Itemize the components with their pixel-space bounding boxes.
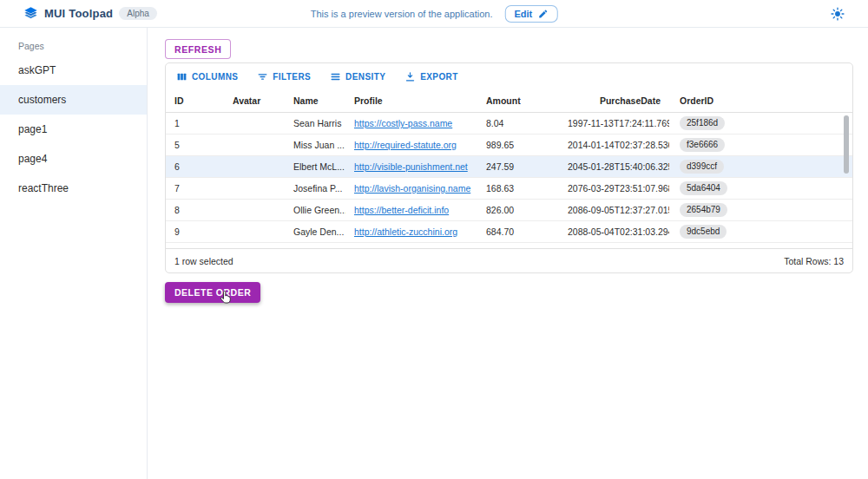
column-header-name[interactable]: Name — [285, 95, 345, 106]
grid-rows-viewport: 1 Sean Harris https://costly-pass.name 8… — [166, 113, 852, 243]
grid-header-row: ID Avatar Name Profile Amount PurchaseDa… — [166, 89, 852, 113]
cell-name: Sean Harris — [285, 118, 345, 128]
cell-id: 8 — [166, 205, 224, 215]
cell-name: Ollie Green... — [285, 205, 345, 215]
download-icon — [404, 71, 416, 82]
density-button[interactable]: DENSITY — [330, 71, 385, 82]
density-icon — [330, 71, 341, 82]
edit-button[interactable]: Edit — [504, 5, 557, 23]
cell-id: 9 — [166, 226, 224, 237]
table-row[interactable]: 5 Miss Juan ... http://required-statute.… — [166, 135, 852, 156]
sidebar: Pages askGPT customers page1 page4 react… — [0, 28, 148, 479]
column-header-avatar[interactable]: Avatar — [224, 95, 285, 106]
grid-toolbar: COLUMNS FILTERS DENSITY EXPORT — [166, 63, 852, 89]
refresh-button[interactable]: REFRESH — [165, 39, 231, 59]
export-button-label: EXPORT — [420, 72, 458, 82]
column-header-purchasedate[interactable]: PurchaseDate — [559, 95, 669, 106]
column-header-amount[interactable]: Amount — [477, 95, 559, 106]
order-id-chip: f3e6666 — [680, 138, 725, 152]
order-id-chip: 5da6404 — [680, 181, 727, 195]
columns-button[interactable]: COLUMNS — [176, 71, 238, 82]
columns-button-label: COLUMNS — [192, 72, 238, 82]
profile-link[interactable]: https://better-deficit.info — [354, 205, 449, 215]
profile-link[interactable]: http://athletic-zucchini.org — [354, 226, 457, 237]
edit-button-label: Edit — [514, 9, 532, 19]
column-header-orderid[interactable]: OrderID — [669, 95, 852, 106]
cell-id: 5 — [166, 140, 224, 150]
sidebar-item-page4[interactable]: page4 — [0, 144, 147, 174]
profile-link[interactable]: https://costly-pass.name — [354, 118, 452, 128]
cell-name: Gayle Den... — [285, 226, 345, 237]
cell-amount: 168.63 — [477, 183, 559, 194]
sidebar-item-askgpt[interactable]: askGPT — [0, 56, 147, 85]
order-id-chip: 25f186d — [680, 116, 725, 130]
filter-icon — [257, 71, 268, 82]
delete-order-button[interactable]: DELETE ORDER — [165, 282, 260, 303]
order-id-chip: 2654b79 — [680, 203, 727, 217]
data-grid: COLUMNS FILTERS DENSITY EXPORT ID Avatar… — [165, 62, 853, 273]
cell-purchasedate: 2014-01-14T02:37:28.536Z — [559, 140, 669, 150]
theme-toggle-button[interactable] — [831, 7, 845, 21]
cell-name: Josefina P... — [285, 183, 345, 194]
brand: MUI Toolpad Alpha — [23, 6, 157, 21]
grid-footer: 1 row selected Total Rows: 13 — [166, 248, 852, 272]
pencil-icon — [537, 9, 548, 19]
sidebar-item-page1[interactable]: page1 — [0, 115, 147, 144]
alpha-badge: Alpha — [119, 7, 157, 20]
filters-button[interactable]: FILTERS — [257, 71, 311, 82]
density-button-label: DENSITY — [345, 72, 385, 82]
order-id-chip: d399ccf — [680, 160, 724, 174]
table-row[interactable]: 8 Ollie Green... https://better-deficit.… — [166, 200, 852, 221]
order-id-chip: 9dc5ebd — [680, 225, 727, 239]
cell-id: 7 — [166, 183, 224, 194]
sun-icon — [831, 7, 845, 21]
profile-link[interactable]: http://required-statute.org — [354, 140, 457, 150]
table-row[interactable]: 9 Gayle Den... http://athletic-zucchini.… — [166, 221, 852, 243]
cell-purchasedate: 2076-03-29T23:51:07.968Z — [559, 183, 669, 194]
top-app-bar: MUI Toolpad Alpha This is a preview vers… — [0, 0, 868, 28]
cell-purchasedate: 1997-11-13T17:24:11.769Z — [559, 118, 669, 128]
cell-id: 1 — [166, 118, 224, 128]
total-rows: Total Rows: 13 — [784, 256, 844, 266]
preview-message: This is a preview version of the applica… — [311, 9, 493, 19]
filters-button-label: FILTERS — [273, 72, 311, 82]
table-row-selected[interactable]: 6 Elbert McL... http://visible-punishmen… — [166, 156, 852, 178]
export-button[interactable]: EXPORT — [404, 71, 458, 82]
selection-status: 1 row selected — [174, 256, 233, 266]
columns-icon — [176, 71, 187, 82]
cell-purchasedate: 2088-05-04T02:31:03.294Z — [559, 226, 669, 237]
table-row[interactable]: 7 Josefina P... http://lavish-organising… — [166, 178, 852, 200]
profile-link[interactable]: http://lavish-organising.name — [354, 183, 470, 194]
profile-link[interactable]: http://visible-punishment.net — [354, 161, 468, 172]
toolpad-logo-icon — [23, 6, 38, 21]
sidebar-section-label: Pages — [0, 36, 147, 56]
cell-purchasedate: 2045-01-28T15:40:06.325Z — [559, 161, 669, 172]
cell-name: Elbert McL... — [285, 161, 345, 172]
vertical-scrollbar[interactable] — [844, 115, 849, 174]
sidebar-item-reactthree[interactable]: reactThree — [0, 174, 147, 203]
cell-purchasedate: 2086-09-05T12:37:27.015Z — [559, 205, 669, 215]
cell-amount: 684.70 — [477, 226, 559, 237]
cell-amount: 8.04 — [477, 118, 559, 128]
sidebar-item-customers[interactable]: customers — [0, 85, 147, 115]
cell-id: 6 — [166, 161, 224, 172]
table-row[interactable]: 1 Sean Harris https://costly-pass.name 8… — [166, 113, 852, 135]
column-header-id[interactable]: ID — [166, 95, 224, 106]
cell-amount: 826.00 — [477, 205, 559, 215]
app-title: MUI Toolpad — [44, 7, 113, 20]
cell-amount: 247.59 — [477, 161, 559, 172]
cell-amount: 989.65 — [477, 140, 559, 150]
column-header-profile[interactable]: Profile — [345, 95, 477, 106]
cell-name: Miss Juan ... — [285, 140, 345, 150]
